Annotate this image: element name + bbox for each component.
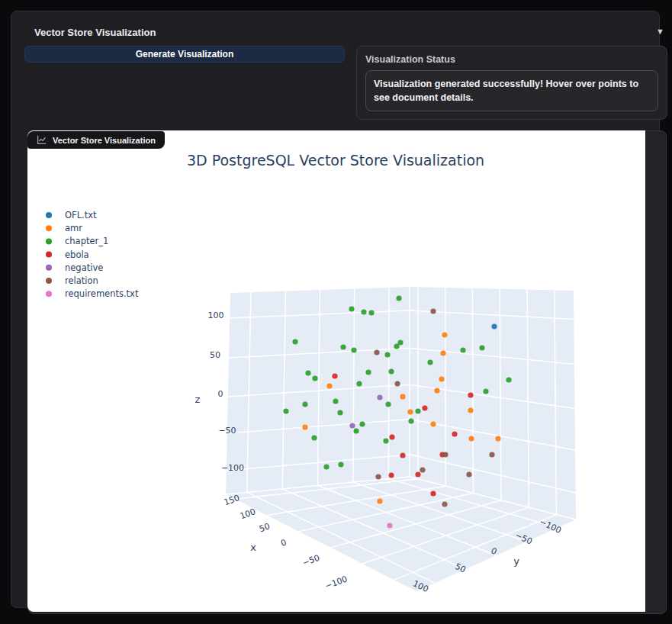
scatter-point[interactable] bbox=[283, 408, 288, 413]
scatter-point[interactable] bbox=[349, 423, 355, 428]
scatter-point[interactable] bbox=[353, 428, 359, 433]
scatter-point[interactable] bbox=[408, 418, 413, 423]
z-tick-label: 0 bbox=[218, 389, 223, 399]
scatter-point[interactable] bbox=[491, 323, 497, 329]
scatter-point[interactable] bbox=[400, 394, 405, 399]
z-axis-title: z bbox=[195, 394, 201, 405]
x-tick-label: 0 bbox=[279, 537, 288, 548]
scatter-point[interactable] bbox=[326, 383, 332, 388]
scatter-point[interactable] bbox=[302, 424, 307, 429]
legend-item-relation[interactable]: relation bbox=[46, 275, 98, 286]
legend-item-chapter_1[interactable]: chapter_1 bbox=[46, 236, 108, 246]
legend-label: ebola bbox=[65, 249, 89, 260]
accordion-title: Vector Store Visualization bbox=[34, 27, 156, 38]
scatter-point[interactable] bbox=[442, 452, 448, 457]
scatter-point[interactable] bbox=[332, 373, 337, 378]
scatter-point[interactable] bbox=[394, 381, 400, 386]
scatter-point[interactable] bbox=[388, 472, 394, 478]
scatter-point[interactable] bbox=[377, 394, 382, 400]
scatter-point[interactable] bbox=[387, 523, 392, 528]
scatter-point[interactable] bbox=[430, 421, 436, 426]
scatter-point[interactable] bbox=[351, 347, 356, 352]
scatter-point[interactable] bbox=[385, 401, 391, 407]
scatter-point[interactable] bbox=[430, 308, 436, 314]
scatter-point[interactable] bbox=[400, 452, 405, 458]
scatter-point[interactable] bbox=[365, 369, 371, 375]
scatter-point[interactable] bbox=[415, 471, 420, 477]
legend-label: requirements.txt bbox=[65, 288, 139, 299]
scatter-point[interactable] bbox=[479, 345, 484, 350]
legend-marker bbox=[46, 252, 52, 258]
scatter-point[interactable] bbox=[440, 350, 445, 355]
scatter-point[interactable] bbox=[340, 344, 346, 349]
status-textbox[interactable]: Visualization generated successfully! Ho… bbox=[365, 70, 658, 111]
scatter-point[interactable] bbox=[356, 381, 362, 386]
scatter-point[interactable] bbox=[468, 392, 473, 397]
x-tick-label: −100 bbox=[323, 574, 349, 591]
scatter-point[interactable] bbox=[349, 306, 354, 311]
scatter-point[interactable] bbox=[427, 359, 432, 365]
scatter-point[interactable] bbox=[434, 388, 439, 393]
legend-item-OFL.txt[interactable]: OFL.txt bbox=[46, 210, 97, 220]
scatter-point[interactable] bbox=[468, 436, 474, 441]
scatter-point[interactable] bbox=[361, 309, 366, 314]
scatter-point[interactable] bbox=[292, 339, 297, 344]
scatter-point[interactable] bbox=[338, 462, 343, 467]
z-tick-label: −50 bbox=[218, 426, 236, 436]
scatter-point[interactable] bbox=[506, 377, 511, 382]
legend-label: relation bbox=[65, 275, 98, 286]
scatter-point[interactable] bbox=[460, 347, 465, 352]
z-tick-label: −100 bbox=[221, 463, 244, 473]
legend-item-ebola[interactable]: ebola bbox=[46, 249, 89, 260]
scatter-point[interactable] bbox=[305, 370, 310, 375]
z-tick-label: 50 bbox=[210, 350, 220, 360]
y-axis-title: y bbox=[513, 555, 519, 567]
scatter-point[interactable] bbox=[337, 410, 342, 415]
x-tick-label: −50 bbox=[301, 553, 321, 568]
plot-3d-scatter[interactable]: 3D PostgreSQL Vector Store Visualization… bbox=[27, 130, 645, 612]
generate-visualization-button[interactable]: Generate Visualization bbox=[24, 46, 345, 63]
scatter-point[interactable] bbox=[396, 295, 401, 301]
legend-marker bbox=[46, 278, 52, 284]
scatter-point[interactable] bbox=[359, 421, 365, 426]
scatter-point[interactable] bbox=[374, 349, 379, 355]
legend-item-amr[interactable]: amr bbox=[46, 223, 82, 233]
scatter-point[interactable] bbox=[422, 405, 427, 410]
scatter-point[interactable] bbox=[442, 501, 447, 507]
x-tick-label: 100 bbox=[239, 507, 257, 521]
scatter-point[interactable] bbox=[397, 339, 403, 345]
scatter-point[interactable] bbox=[312, 375, 317, 381]
legend-label: amr bbox=[65, 223, 82, 233]
legend-item-requirements.txt[interactable]: requirements.txt bbox=[46, 288, 139, 299]
legend-label: OFL.txt bbox=[65, 210, 97, 220]
scatter-point[interactable] bbox=[489, 452, 494, 457]
scatter-point[interactable] bbox=[439, 376, 444, 381]
z-tick-label: 100 bbox=[208, 310, 224, 320]
scatter-point[interactable] bbox=[311, 435, 317, 440]
scatter-point[interactable] bbox=[333, 398, 338, 404]
chart-title: 3D PostgreSQL Vector Store Visualization bbox=[187, 152, 484, 169]
scatter-point[interactable] bbox=[495, 436, 500, 441]
scatter-point[interactable] bbox=[466, 471, 471, 477]
collapse-caret-icon[interactable]: ▼ bbox=[656, 27, 664, 36]
legend-item-negative[interactable]: negative bbox=[46, 262, 103, 273]
scatter-point[interactable] bbox=[407, 409, 413, 414]
scatter-point[interactable] bbox=[483, 388, 488, 394]
scatter-point[interactable] bbox=[302, 401, 307, 407]
scatter-point[interactable] bbox=[377, 498, 382, 503]
scatter-point[interactable] bbox=[420, 467, 425, 472]
scatter-point[interactable] bbox=[452, 431, 457, 436]
scatter-point[interactable] bbox=[442, 332, 447, 337]
line-chart-icon bbox=[37, 135, 47, 145]
scatter-point[interactable] bbox=[415, 408, 420, 413]
scatter-point[interactable] bbox=[375, 474, 381, 479]
scatter-point[interactable] bbox=[389, 434, 394, 439]
scatter-point[interactable] bbox=[368, 310, 374, 315]
legend-marker bbox=[46, 225, 52, 231]
scatter-point[interactable] bbox=[383, 438, 388, 443]
scatter-point[interactable] bbox=[468, 407, 473, 413]
scatter-point[interactable] bbox=[388, 368, 394, 374]
scatter-point[interactable] bbox=[430, 491, 436, 496]
scatter-point[interactable] bbox=[384, 352, 390, 357]
scatter-point[interactable] bbox=[323, 464, 329, 469]
